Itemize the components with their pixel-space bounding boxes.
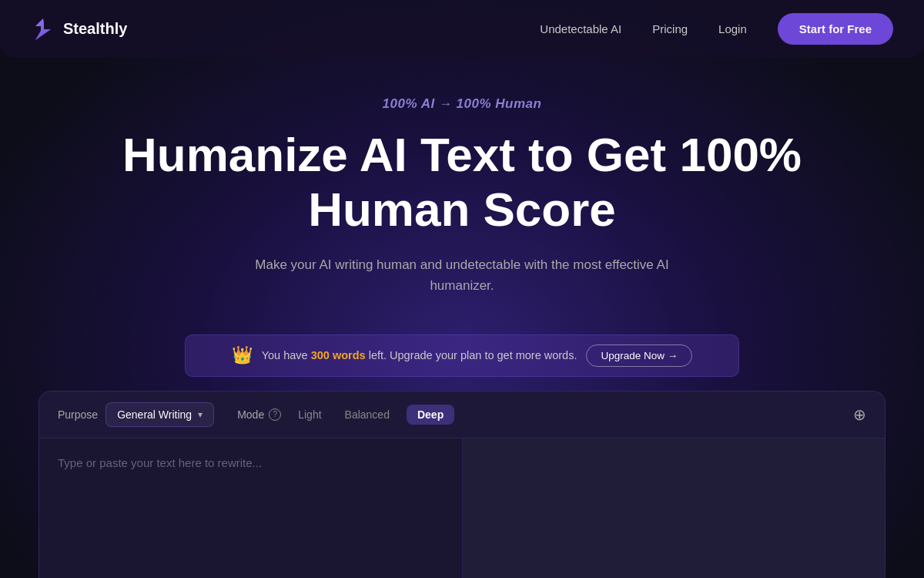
editor-output-panel: [463, 439, 886, 578]
logo-icon: [31, 17, 55, 42]
upgrade-text-before: You have: [262, 349, 308, 361]
mode-balanced[interactable]: Balanced: [339, 405, 396, 424]
nav-pricing[interactable]: Pricing: [652, 22, 688, 35]
words-count: 300 words: [311, 349, 369, 361]
nav-login[interactable]: Login: [718, 22, 747, 35]
purpose-dropdown[interactable]: General Writing ▾: [105, 402, 214, 427]
mode-selector: Mode ? Light Balanced Deep: [237, 405, 454, 425]
hero-badge: 100% AI → 100% Human: [31, 96, 893, 112]
chevron-down-icon: ▾: [198, 409, 203, 420]
input-placeholder: Type or paste your text here to rewrite.…: [58, 454, 444, 472]
mode-help-icon[interactable]: ?: [269, 408, 281, 421]
nav-undetectable-ai[interactable]: Undetectable AI: [540, 22, 621, 35]
editor-container: Purpose General Writing ▾ Mode ? Light B…: [38, 391, 886, 578]
navbar: Stealthly Undetectable AI Pricing Login …: [0, 0, 924, 58]
mode-deep[interactable]: Deep: [407, 405, 454, 425]
brand-name: Stealthly: [63, 20, 127, 38]
purpose-selector: Purpose General Writing ▾: [58, 402, 214, 427]
start-for-free-button[interactable]: Start for Free: [778, 13, 893, 45]
editor-panels: Type or paste your text here to rewrite.…: [39, 439, 885, 578]
mode-light[interactable]: Light: [292, 405, 327, 424]
compass-icon[interactable]: ⊕: [853, 405, 866, 424]
upgrade-banner: 👑 You have 300 words left. Upgrade your …: [185, 334, 739, 377]
purpose-value: General Writing: [117, 408, 192, 421]
upgrade-now-button[interactable]: Upgrade Now →: [586, 344, 692, 367]
mode-label: Mode ?: [237, 408, 281, 421]
upgrade-text-after: left. Upgrade your plan to get more word…: [369, 349, 578, 361]
logo[interactable]: Stealthly: [31, 17, 127, 42]
upgrade-text: You have 300 words left. Upgrade your pl…: [262, 349, 578, 361]
nav-links: Undetectable AI Pricing Login Start for …: [540, 13, 893, 45]
hero-subtitle: Make your AI writing human and undetecta…: [231, 254, 693, 296]
hero-title: Humanize AI Text to Get 100% Human Score: [116, 127, 808, 237]
hero-section: 100% AI → 100% Human Humanize AI Text to…: [0, 58, 924, 334]
purpose-label: Purpose: [58, 408, 98, 421]
editor-input-panel[interactable]: Type or paste your text here to rewrite.…: [39, 439, 463, 578]
crown-emoji: 👑: [232, 345, 253, 365]
editor-toolbar: Purpose General Writing ▾ Mode ? Light B…: [39, 391, 885, 439]
